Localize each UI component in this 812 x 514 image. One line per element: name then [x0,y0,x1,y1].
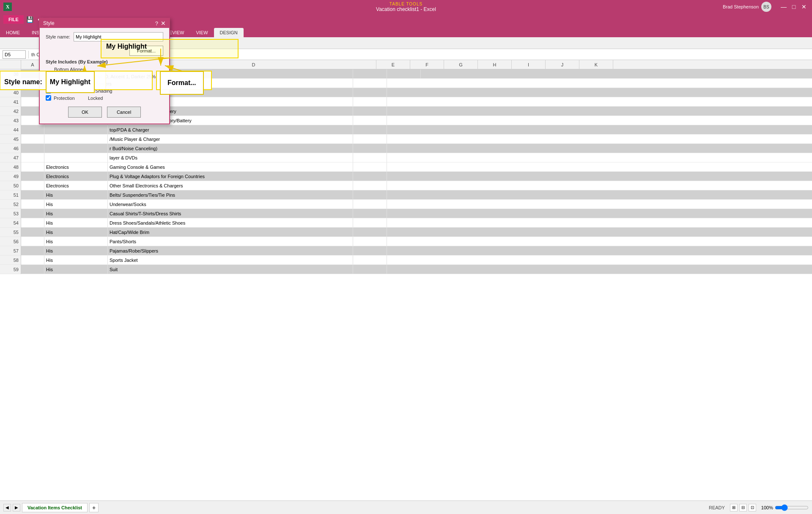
col-header-e: E [376,60,410,69]
page-break-view-btn[interactable]: ⊡ [749,504,756,511]
row-num-40: 40 [0,88,21,97]
fill-check-label: Fill [54,88,85,93]
page-layout-view-btn[interactable]: ⊟ [739,504,747,511]
tab-home[interactable]: HOME [0,28,26,37]
row-num-39: 39 [0,79,21,88]
zoom-label: 100% [761,505,773,510]
col-header-h: H [478,60,512,69]
border-check-value: No Borders [88,81,112,86]
user-area: Brad Stephenson BS [723,2,771,12]
table-row: His Belts/ Suspenders/Ties/Tie Pins [21,190,812,200]
border-check-label: Border [54,81,85,86]
table-row: Electronics Gaming Console & Games [21,162,812,172]
zoom-slider[interactable] [775,505,809,510]
font-checkbox[interactable] [46,74,51,79]
dialog-close-icon[interactable]: ✕ [161,20,166,26]
row-num-44: 44 [0,125,21,135]
table-row: top/PDA & Charger [21,125,812,135]
row-num-55: 55 [0,228,21,237]
font-check-value: Corbel 10, Accent 1, Darker 25% [88,74,156,79]
row-num-47: 47 [0,153,21,162]
format-btn-dialog[interactable]: Format... [129,46,163,56]
row-num-59: 59 [0,265,21,274]
row-num-50: 50 [0,181,21,190]
fill-check-value: No Shading [88,88,112,93]
row-num-57: 57 [0,246,21,256]
window-title: Vacation checklist1 - Excel [376,6,436,12]
cell-reference-box[interactable] [3,50,26,59]
normal-view-btn[interactable]: ⊞ [730,504,738,511]
save-qat-btn[interactable]: 💾 [25,15,35,24]
sheet-prev-btn[interactable]: ◀ [3,504,11,511]
table-row: His Suit [21,265,812,274]
row-num-51: 51 [0,190,21,200]
cancel-button[interactable]: Cancel [107,107,141,118]
row-num-48: 48 [0,162,21,172]
table-row: His Casual Shirts/T-Shirts/Dress Shirts [21,209,812,218]
row-num-46: 46 [0,144,21,153]
row-num-42: 42 [0,107,21,116]
table-row: r Bud/Noise Canceling) [21,144,812,153]
border-checkbox[interactable] [46,81,51,86]
tab-design[interactable]: DESIGN [214,28,244,37]
table-row: /Music Player & Charger [21,135,812,144]
minimize-btn[interactable]: — [779,2,788,11]
font-check-label: Font [54,74,85,79]
style-name-label: Style name: [46,34,70,39]
user-name: Brad Stephenson [723,4,759,9]
add-sheet-btn[interactable]: + [89,503,99,512]
row-num-38: 38 [0,69,21,79]
row-num-54: 54 [0,218,21,228]
style-includes-label: Style Includes (By Example) [46,59,163,64]
maximize-btn[interactable]: □ [789,2,798,11]
col-header-k: K [579,60,613,69]
row-num-58: 58 [0,256,21,265]
protection-checkbox[interactable] [46,95,51,101]
table-row: layer & DVDs [21,153,812,162]
table-row: His Sports Jacket [21,256,812,265]
row-num-53: 53 [0,209,21,218]
table-row: His Pants/Shorts [21,237,812,246]
sheet-tab[interactable]: Vacation Items Checklist [22,503,88,512]
table-tools-label: TABLE TOOLS [376,2,436,6]
row-num-41: 41 [0,97,21,107]
row-num-header [0,60,21,69]
fill-checkbox[interactable] [46,88,51,93]
close-btn[interactable]: ✕ [799,2,809,11]
excel-icon: X [3,3,12,11]
user-avatar: BS [761,2,771,12]
table-row: Electronics Plug & Voltage Adaptors for … [21,172,812,181]
file-tab[interactable]: FILE [3,15,24,24]
ok-button[interactable]: OK [68,107,102,118]
table-row: His Hat/Cap/Wide Brim [21,228,812,237]
col-header-j: J [546,60,579,69]
alignment-row: Bottom Aligned [46,67,163,72]
dialog-title: Style [43,20,55,26]
table-row: Electronics Other Small Electronics & Ch… [21,181,812,190]
row-num-49: 49 [0,172,21,181]
protection-check-value: Locked [88,96,103,101]
table-row: His Dress Shoes/Sandals/Athletic Shoes [21,218,812,228]
status-ready: READY [709,505,725,510]
col-header-i: I [512,60,546,69]
dialog-help-btn[interactable]: ? [155,21,158,26]
formula-bar-divider [28,51,29,58]
col-header-g: G [444,60,478,69]
tab-view[interactable]: VIEW [190,28,214,37]
sheet-next-btn[interactable]: ▶ [13,504,20,511]
row-num-56: 56 [0,237,21,246]
row-num-45: 45 [0,135,21,144]
table-row: His Underwear/Socks [21,200,812,209]
row-num-43: 43 [0,116,21,125]
style-name-input[interactable] [74,32,163,41]
protection-check-label: Protection [54,96,85,101]
dialog-title-bar: Style ? ✕ [40,19,169,28]
row-num-52: 52 [0,200,21,209]
table-row: His Pajamas/Robe/Slippers [21,246,812,256]
style-dialog: Style ? ✕ Style name: Format... Style In… [39,18,170,124]
col-header-f: F [410,60,444,69]
